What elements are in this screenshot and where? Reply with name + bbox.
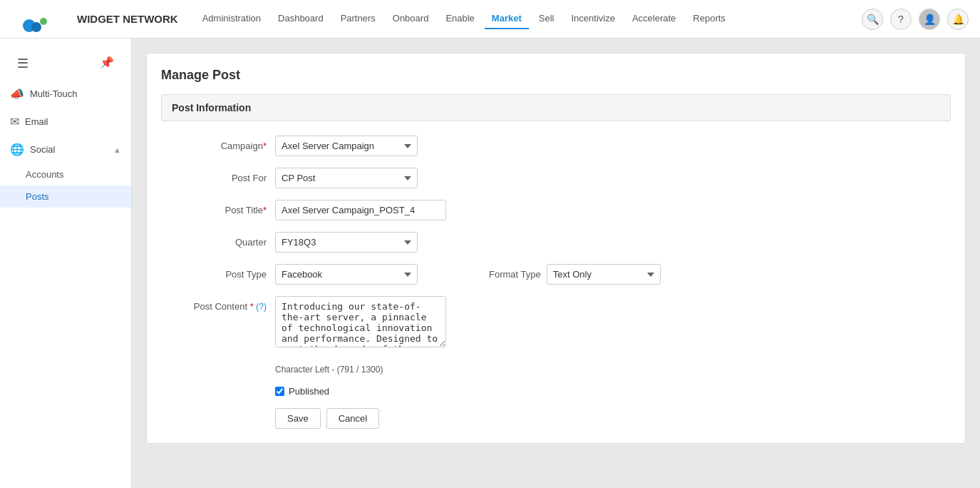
logo-circle-green <box>40 18 47 25</box>
campaign-control: Axel Server Campaign <box>275 136 951 156</box>
format-type-label: Format Type <box>489 269 541 280</box>
sidebar-item-email[interactable]: ✉ Email <box>0 108 131 136</box>
published-label: Published <box>289 386 329 397</box>
manage-post-card: Manage Post Post Information Campaign* A… <box>146 53 966 444</box>
nav-link-reports[interactable]: Reports <box>686 9 733 29</box>
section-header: Post Information <box>161 94 951 121</box>
social-icon: 🌐 <box>10 143 24 156</box>
nav-link-incentivize[interactable]: Incentivize <box>564 9 621 29</box>
main-content: Manage Post Post Information Campaign* A… <box>132 39 980 488</box>
post-title-control <box>275 200 951 220</box>
page-title: Manage Post <box>161 68 951 83</box>
search-button[interactable]: 🔍 <box>862 9 883 30</box>
sidebar-item-label-email: Email <box>25 116 121 127</box>
post-for-control: CP Post <box>275 168 951 188</box>
hamburger-menu[interactable]: ☰ <box>9 50 37 77</box>
logo-text: WIDGET NETWORK <box>77 13 178 25</box>
char-left-label: Character Left - (791 / 1300) <box>275 365 383 375</box>
quarter-row: Quarter FY18Q3 <box>161 232 951 253</box>
notifications-button[interactable]: 🔔 <box>947 9 969 30</box>
published-row: Published <box>161 386 951 397</box>
user-avatar[interactable]: 👤 <box>919 9 940 30</box>
sidebar-item-multi-touch[interactable]: 📣 Multi-Touch <box>0 80 131 108</box>
help-button[interactable]: ? <box>890 9 912 30</box>
nav-link-partners[interactable]: Partners <box>334 9 383 29</box>
quarter-select[interactable]: FY18Q3 <box>275 232 418 253</box>
post-title-row: Post Title* <box>161 200 951 220</box>
nav-link-dashboard[interactable]: Dashboard <box>271 9 331 29</box>
post-content-textarea[interactable] <box>275 296 446 347</box>
campaign-label: Campaign* <box>161 136 275 151</box>
save-button[interactable]: Save <box>275 408 321 429</box>
format-type-select[interactable]: Text Only <box>547 264 661 285</box>
post-for-select[interactable]: CP Post <box>275 168 418 188</box>
sidebar-top-row: ☰ 📌 <box>0 44 131 80</box>
sidebar-sub-item-posts[interactable]: Posts <box>0 185 131 208</box>
sidebar-item-social[interactable]: 🌐 Social ▲ <box>0 136 131 163</box>
main-layout: ☰ 📌 📣 Multi-Touch ✉ Email 🌐 Social ▲ Acc… <box>0 39 980 488</box>
nav-link-enable[interactable]: Enable <box>438 9 481 29</box>
pin-button[interactable]: 📌 <box>91 53 123 75</box>
nav-link-market[interactable]: Market <box>485 9 529 29</box>
nav-right-icons: 🔍 ? 👤 🔔 <box>862 9 969 30</box>
sidebar-item-label-social: Social <box>30 144 108 155</box>
post-type-select[interactable]: Facebook <box>275 264 418 285</box>
post-title-label: Post Title* <box>161 200 275 215</box>
nav-link-onboard[interactable]: Onboard <box>386 9 436 29</box>
published-checkbox[interactable] <box>275 387 284 396</box>
post-for-row: Post For CP Post <box>161 168 951 188</box>
format-type-wrap: Format Type Text Only <box>489 264 661 285</box>
logo-area: WIDGET NETWORK <box>11 6 178 32</box>
campaign-row: Campaign* Axel Server Campaign <box>161 136 951 156</box>
post-content-label: Post Content * (?) <box>161 296 275 312</box>
post-content-control: Character Left - (791 / 1300) <box>275 296 951 375</box>
social-sub-menu: Accounts Posts <box>0 163 131 208</box>
multi-touch-icon: 📣 <box>10 87 24 101</box>
post-content-row: Post Content * (?) Character Left - (791… <box>161 296 951 375</box>
sidebar-sub-item-accounts[interactable]: Accounts <box>0 163 131 185</box>
quarter-label: Quarter <box>161 232 275 248</box>
quarter-control: FY18Q3 <box>275 232 951 253</box>
nav-link-sell[interactable]: Sell <box>532 9 562 29</box>
form-actions: Save Cancel <box>161 408 951 429</box>
post-for-label: Post For <box>161 168 275 183</box>
top-navigation: WIDGET NETWORK AdministrationDashboardPa… <box>0 0 980 39</box>
sidebar-item-label-multi-touch: Multi-Touch <box>30 88 121 99</box>
post-content-help-link[interactable]: (?) <box>256 302 267 312</box>
post-type-control: Facebook Format Type Text Only <box>275 264 951 285</box>
nav-link-accelerate[interactable]: Accelerate <box>625 9 683 29</box>
post-type-label: Post Type <box>161 264 275 280</box>
email-icon: ✉ <box>10 115 19 128</box>
post-title-input[interactable] <box>275 200 446 220</box>
sidebar: ☰ 📌 📣 Multi-Touch ✉ Email 🌐 Social ▲ Acc… <box>0 39 132 488</box>
nav-link-administration[interactable]: Administration <box>195 9 268 29</box>
social-chevron-icon: ▲ <box>113 146 121 154</box>
campaign-select[interactable]: Axel Server Campaign <box>275 136 418 156</box>
nav-links: AdministrationDashboardPartnersOnboardEn… <box>195 9 862 29</box>
post-type-row: Post Type Facebook Format Type Text Only <box>161 264 951 285</box>
cancel-button[interactable]: Cancel <box>326 408 379 429</box>
